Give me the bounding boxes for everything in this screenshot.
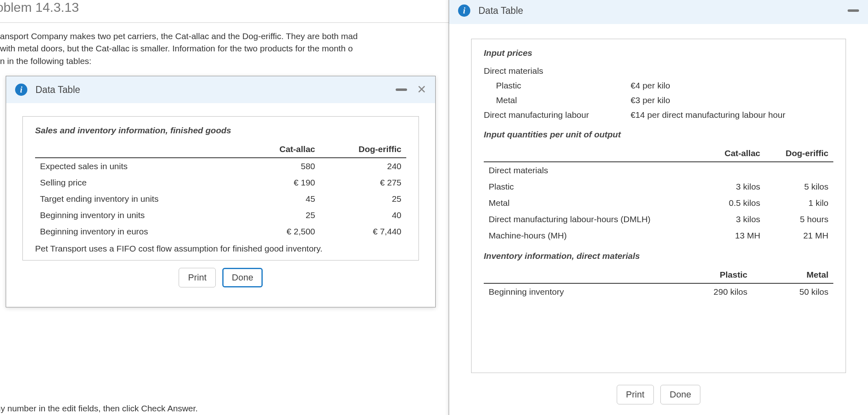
problem-line-1: ansport Company makes two pet carriers, … [0,30,449,42]
problem-page: roblem 14.3.13 ansport Company makes two… [0,0,449,67]
cell: 25 [320,191,406,207]
row-value: €14 per direct manufacturing labour hour [631,110,785,120]
input-quantities-title: Input quantities per unit of output [484,130,833,139]
row-label: Beginning inventory in euros [35,223,246,240]
cell: 5 kilos [765,179,833,195]
fifo-note: Pet Transport uses a FIFO cost flow assu… [35,244,406,254]
table-box: Sales and inventory information, finishe… [22,116,419,260]
cell: 3 kilos [706,211,765,227]
table-row: Selling price € 190 € 275 [35,174,406,191]
cell: € 275 [320,174,406,191]
section-title: Sales and inventory information, finishe… [35,126,406,135]
instruction-text: ny number in the edit fields, then click… [0,404,198,413]
problem-text: ansport Company makes two pet carriers, … [0,23,449,67]
cell: 45 [246,191,320,207]
row-label: Direct manufacturing labour [484,110,631,120]
cell: 5 hours [765,211,833,227]
price-row: Metal €3 per kilo [484,93,833,108]
row-label: Target ending inventory in units [35,191,246,207]
sales-inventory-table: Cat-allac Dog-eriffic Expected sales in … [35,141,406,240]
modal-footer: Print Done [22,260,419,299]
modal-body: Sales and inventory information, finishe… [6,103,435,307]
row-label: Beginning inventory [484,283,661,300]
input-prices-title: Input prices [484,48,833,58]
col-empty [35,141,246,158]
cell: € 2,500 [246,223,320,240]
table-row: Metal 0.5 kilos 1 kilo [484,195,833,211]
row-label: Machine-hours (MH) [484,227,706,244]
modal-body: Input prices Direct materials Plastic €4… [449,24,868,379]
table-row: Beginning inventory in units 25 40 [35,207,406,223]
row-value: €4 per kilo [631,81,670,91]
info-icon: i [458,4,470,17]
cell: € 190 [246,174,320,191]
close-icon[interactable]: ✕ [417,84,426,95]
row-label: Plastic [484,179,706,195]
col-metal: Metal [752,267,833,283]
print-button[interactable]: Print [617,385,654,404]
data-table-modal-right: i Data Table Input prices Direct materia… [449,0,868,415]
row-label: Beginning inventory in units [35,207,246,223]
cell: 40 [320,207,406,223]
modal-header: i Data Table ✕ [6,76,435,103]
col-dogeriffic: Dog-eriffic [765,145,833,162]
cell: 25 [246,207,320,223]
col-dogeriffic: Dog-eriffic [320,141,406,158]
done-button[interactable]: Done [222,268,263,287]
row-label: Plastic [484,81,631,91]
inventory-info-title: Inventory information, direct materials [484,251,833,261]
modal-title: Data Table [478,5,523,16]
cell: 13 MH [706,227,765,244]
dml-row: Direct manufacturing labour €14 per dire… [484,108,833,122]
problem-line-3: n in the following tables: [0,55,449,67]
minimize-icon[interactable] [848,9,859,12]
row-label: Metal [484,95,631,105]
col-catallac: Cat-allac [706,145,765,162]
table-row: Direct manufacturing labour-hours (DMLH)… [484,211,833,227]
inventory-info-table: Plastic Metal Beginning inventory 290 ki… [484,267,833,300]
table-row: Plastic 3 kilos 5 kilos [484,179,833,195]
table-row: Direct materials [484,162,833,179]
row-label: Direct manufacturing labour-hours (DMLH) [484,211,706,227]
col-empty [484,267,661,283]
modal-header: i Data Table [449,0,868,24]
minimize-icon[interactable] [396,88,407,91]
done-button[interactable]: Done [660,385,701,404]
direct-materials-subhead: Direct materials [484,162,706,179]
table-row: Beginning inventory 290 kilos 50 kilos [484,283,833,300]
cell: 240 [320,158,406,174]
cell: 0.5 kilos [706,195,765,211]
price-row: Plastic €4 per kilo [484,78,833,93]
modal-controls: ✕ [396,84,426,95]
info-icon: i [15,84,27,96]
modal-controls [848,9,859,12]
row-label: Selling price [35,174,246,191]
row-label: Metal [484,195,706,211]
table-box: Input prices Direct materials Plastic €4… [471,39,846,373]
data-table-modal-left: i Data Table ✕ Sales and inventory infor… [6,76,436,307]
table-row: Expected sales in units 580 240 [35,158,406,174]
table-row: Target ending inventory in units 45 25 [35,191,406,207]
direct-materials-head: Direct materials [484,64,833,78]
cell: 3 kilos [706,179,765,195]
cell: 290 kilos [661,283,752,300]
col-catallac: Cat-allac [246,141,320,158]
cell: 50 kilos [752,283,833,300]
row-value: €3 per kilo [631,95,670,105]
print-button[interactable]: Print [179,268,216,287]
cell: 1 kilo [765,195,833,211]
input-quantities-table: Cat-allac Dog-eriffic Direct materials P… [484,145,833,244]
table-row: Beginning inventory in euros € 2,500 € 7… [35,223,406,240]
row-label: Expected sales in units [35,158,246,174]
cell: € 7,440 [320,223,406,240]
col-plastic: Plastic [661,267,752,283]
problem-line-2: with metal doors, but the Cat-allac is s… [0,42,449,55]
table-row: Machine-hours (MH) 13 MH 21 MH [484,227,833,244]
modal-title: Data Table [35,84,80,95]
cell: 580 [246,158,320,174]
modal-footer: Print Done [449,377,868,415]
page-title: roblem 14.3.13 [0,0,449,23]
col-empty [484,145,706,162]
cell: 21 MH [765,227,833,244]
